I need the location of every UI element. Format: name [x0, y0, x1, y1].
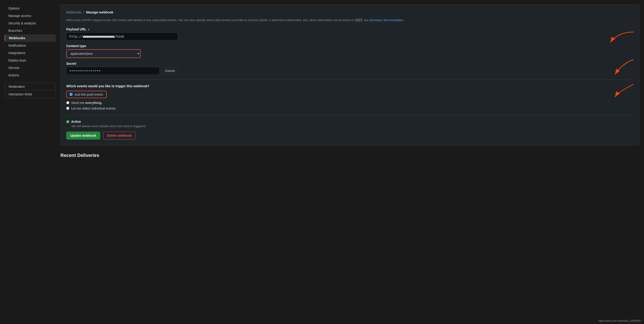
radio-options: Just the push event. Send me everything.…: [66, 91, 634, 110]
section-divider: [66, 79, 634, 80]
main-content: Webhooks / Manage webhook We'll send a P…: [60, 5, 639, 319]
sidebar-item-branches[interactable]: Branches: [5, 27, 56, 34]
radio-select-option: Let me select individual events.: [66, 107, 634, 110]
secret-section: Secret Cancel: [66, 62, 634, 75]
webhook-panel: Webhooks / Manage webhook We'll send a P…: [60, 5, 639, 145]
code-json: POST: [354, 18, 363, 22]
breadcrumb-current: Manage webhook: [86, 10, 114, 14]
sidebar-item-options[interactable]: Options: [5, 5, 56, 12]
payload-url-group: Payload URL ●: [66, 27, 634, 40]
breadcrumb: Webhooks / Manage webhook: [66, 10, 634, 14]
breadcrumb-separator: /: [84, 10, 84, 14]
radio-select-label: Let me select individual events.: [71, 107, 116, 110]
sidebar-item-integrations[interactable]: Integrations: [5, 49, 56, 57]
active-description: We will deliver event details when this …: [71, 124, 634, 128]
secret-label: Secret: [66, 62, 634, 65]
sidebar: Options Manage access Security & analysi…: [5, 5, 56, 319]
sidebar-item-label: Security & analysis: [8, 21, 36, 25]
required-star: ●: [88, 27, 90, 31]
radio-everything-input[interactable]: [66, 101, 69, 104]
sidebar-item-label: Moderation: [8, 85, 25, 88]
payload-url-input[interactable]: [66, 32, 178, 40]
sidebar-item-label: Branches: [8, 29, 22, 32]
sidebar-item-deploy-keys[interactable]: Deploy keys: [5, 57, 56, 64]
radio-push-input[interactable]: [70, 93, 72, 96]
sidebar-item-actions[interactable]: Actions: [5, 71, 56, 79]
sidebar-item-webhooks[interactable]: Webhooks: [5, 34, 56, 42]
content-type-select[interactable]: application/json application/x-www-form-…: [66, 49, 141, 58]
active-checkbox[interactable]: [66, 120, 69, 123]
sidebar-item-security-analysis[interactable]: Security & analysis: [5, 19, 56, 27]
action-buttons: Update webhook Delete webhook: [66, 132, 634, 140]
sidebar-item-label: Deploy keys: [8, 58, 26, 62]
secret-input-row: Cancel: [66, 67, 178, 75]
sidebar-item-label: Webhooks: [9, 36, 25, 40]
sidebar-item-interaction-limits[interactable]: Interaction limits: [5, 90, 56, 98]
section-divider-2: [66, 115, 634, 115]
radio-push-label: Just the push event.: [74, 93, 104, 96]
recent-deliveries-title: Recent Deliveries: [60, 153, 639, 158]
content-type-group: Content type application/json applicatio…: [66, 44, 634, 58]
sidebar-item-label: Interaction limits: [8, 92, 32, 96]
sidebar-item-label: Integrations: [8, 51, 25, 55]
sidebar-item-label: Actions: [8, 73, 19, 77]
sidebar-item-label: Notifications: [8, 44, 26, 47]
sidebar-item-moderation[interactable]: Moderation: [5, 83, 56, 90]
payload-url-label-text: Payload URL: [66, 27, 86, 31]
footer-url: https://blog.csdn.net/baidu_32656897: [599, 319, 641, 322]
payload-url-label: Payload URL ●: [66, 27, 634, 31]
description: We'll send a POST request to the URL bel…: [66, 18, 634, 23]
sidebar-item-label: Options: [8, 6, 20, 10]
radio-everything-option: Send me everything.: [66, 101, 634, 105]
sidebar-item-label: Manage access: [8, 14, 31, 18]
secret-label-text: Secret: [66, 62, 76, 65]
radio-push-option: Just the push event.: [66, 91, 107, 98]
delete-webhook-button[interactable]: Delete webhook: [103, 132, 136, 140]
active-checkbox-row: Active: [66, 120, 634, 124]
radio-select-input[interactable]: [66, 107, 69, 110]
payload-url-section: Payload URL ●: [66, 27, 634, 40]
sidebar-item-notifications[interactable]: Notifications: [5, 42, 56, 49]
secret-input[interactable]: [66, 67, 160, 75]
payload-url-input-row: [66, 32, 634, 40]
cancel-button[interactable]: Cancel: [162, 67, 178, 74]
active-section: Active We will deliver event details whe…: [66, 120, 634, 128]
sidebar-moderation-group: Moderation Interaction limits: [5, 83, 56, 98]
sidebar-item-label: Secrets: [8, 66, 19, 70]
events-question: Which events would you like to trigger t…: [66, 84, 634, 88]
content-type-label-text: Content type: [66, 44, 86, 48]
content-type-select-wrapper: application/json application/x-www-form-…: [66, 49, 141, 58]
breadcrumb-prefix: Webhooks: [66, 10, 82, 14]
radio-everything-label: Send me everything.: [71, 101, 102, 105]
secret-group: Secret Cancel: [66, 62, 634, 75]
update-webhook-button[interactable]: Update webhook: [66, 132, 100, 140]
events-section: Which events would you like to trigger t…: [66, 84, 634, 110]
description-text: We'll send a POST request to the URL bel…: [66, 18, 354, 22]
content-type-label: Content type: [66, 44, 634, 48]
active-label: Active: [71, 120, 81, 124]
sidebar-item-secrets[interactable]: Secrets: [5, 64, 56, 71]
developer-docs-link[interactable]: our developer documentation: [364, 18, 403, 22]
description-end: .: [403, 18, 404, 22]
sidebar-item-manage-access[interactable]: Manage access: [5, 12, 56, 19]
